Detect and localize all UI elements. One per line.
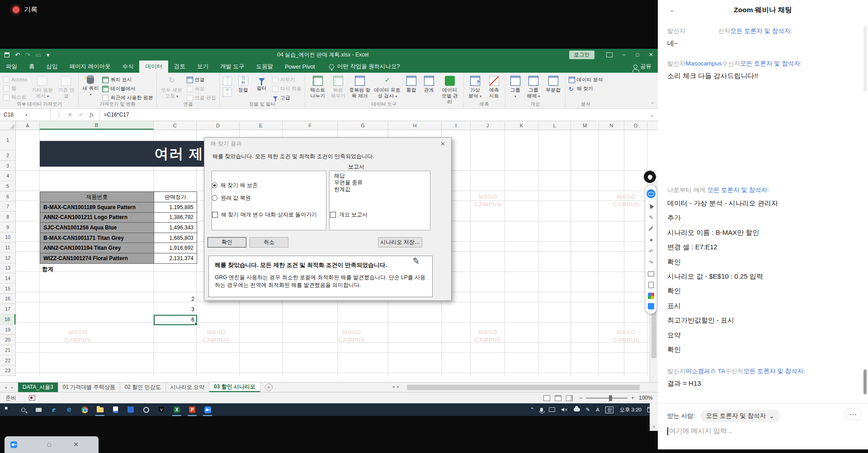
access-button[interactable]: Access	[3, 76, 27, 83]
row-header[interactable]: 16	[0, 294, 15, 304]
table-row[interactable]: ANN2-CAN1001194 Titan Grey 1,916,692	[40, 243, 197, 253]
restore-button[interactable]: □	[631, 49, 644, 61]
taskbar-document-button[interactable]	[108, 403, 123, 416]
zoom-slider-thumb[interactable]	[609, 395, 612, 401]
row-header[interactable]: 1	[0, 130, 15, 150]
dialog-close-icon[interactable]: ✕	[440, 140, 445, 147]
enter-formula-icon[interactable]: ✓	[79, 112, 83, 118]
formula-bar-expand-icon[interactable]: ⌄	[650, 112, 658, 118]
annotate-monitor-icon[interactable]	[647, 270, 655, 277]
start-button[interactable]	[0, 403, 15, 416]
flash-fill-button[interactable]: 빠른 채우기	[330, 75, 346, 99]
share-button[interactable]: 공유	[633, 61, 658, 73]
other-sources-button[interactable]: 기타 원본에서 ▾	[30, 75, 54, 99]
from-text-button[interactable]: 텍스트	[3, 94, 27, 101]
chat-more-button[interactable]: ⋯	[845, 408, 861, 420]
new-query-button[interactable]: ⚡ 새 쿼리 ▾	[82, 75, 99, 97]
edit-links-button[interactable]: 연결 편집	[187, 94, 216, 101]
sheet-tab-data-seoul3[interactable]: DATA_서울3	[18, 383, 58, 392]
annotation-pin-icon[interactable]	[644, 171, 656, 183]
zoom-percent[interactable]: 100%	[639, 395, 658, 401]
page-break-view-icon[interactable]	[566, 395, 573, 401]
clock[interactable]: 오후 3:20	[619, 406, 642, 413]
table-row[interactable]: ANN2-CAN1001211 Logo Pattern 1,386,792	[40, 212, 197, 223]
macro-record-icon[interactable]	[29, 395, 35, 401]
row-header[interactable]: 8	[0, 212, 15, 222]
sort-button[interactable]: 가하 정렬	[235, 75, 251, 93]
table-row[interactable]: B-MAX-CAN1001189 Square Pattern 1,195,88…	[40, 202, 197, 213]
sheet-tab-02[interactable]: 02 할인 민감도	[120, 383, 166, 392]
row-header[interactable]: 19	[0, 325, 15, 335]
tab-developer[interactable]: 개발 도구	[214, 61, 250, 73]
microphone-icon[interactable]	[540, 408, 543, 412]
close-button[interactable]: ✕	[644, 49, 658, 61]
data-validation-button[interactable]: ✓ 데이터 유효성 검사 ▾	[374, 75, 401, 99]
row-header[interactable]: 6	[0, 191, 15, 202]
row-header[interactable]: 3	[0, 161, 15, 171]
outline-reports-checkbox[interactable]: 개요 보고서	[330, 211, 368, 219]
select-all-corner[interactable]	[0, 121, 16, 130]
cell-c16[interactable]: 2	[154, 296, 194, 302]
ime-mode[interactable]: A	[596, 407, 599, 412]
column-header[interactable]: H	[388, 121, 442, 130]
taskbar-blue-app-button[interactable]	[123, 403, 138, 416]
ime-language[interactable]: 한	[605, 406, 614, 413]
collapse-ribbon-icon[interactable]: ⌃	[651, 102, 654, 107]
sort-ascending-icon[interactable]: ㄱ↓	[223, 76, 232, 85]
zoom-in-icon[interactable]: +	[631, 395, 634, 401]
text-to-columns-button[interactable]: 텍스트 나누기	[308, 75, 327, 99]
taskbar-zoom-button[interactable]	[200, 403, 215, 416]
reports-listbox[interactable]: 해답우편물 종류한계값	[329, 171, 430, 230]
what-if-analysis-button[interactable]: ? 가상 분석 ▾	[467, 75, 483, 99]
row-header[interactable]: 2	[0, 150, 15, 161]
ribbon-display-options-icon[interactable]	[606, 52, 613, 57]
annotate-undo-icon[interactable]: ↶	[647, 248, 655, 255]
group-button[interactable]: 그룹▾	[509, 75, 522, 99]
sheet-tab-03-active[interactable]: 03 할인 시나리오	[209, 383, 260, 392]
tab-file[interactable]: 파일	[0, 61, 23, 73]
column-header[interactable]: B	[40, 121, 154, 130]
keep-solver-solution-radio[interactable]: 해 찾기 해 보존	[212, 182, 258, 189]
remove-duplicates-button[interactable]: 중복된 항목 제거	[349, 75, 371, 99]
taskbar-powerpoint-button[interactable]: P	[184, 403, 200, 416]
data-analysis-button[interactable]: 데이터 분석	[569, 76, 603, 83]
column-header[interactable]: M	[571, 121, 599, 130]
touch-mode-icon[interactable]: ▭	[36, 52, 41, 58]
redo-icon[interactable]: ↷	[25, 52, 30, 58]
forecast-sheet-button[interactable]: 예측 시트	[486, 75, 502, 99]
row-header[interactable]: 20	[0, 335, 15, 345]
annotate-dot-icon[interactable]	[647, 236, 655, 243]
filter-button[interactable]: 필터	[255, 75, 269, 91]
clear-filter-button[interactable]: 지우기	[272, 76, 302, 83]
annotate-redo-icon[interactable]: ↷	[647, 259, 655, 266]
row-header[interactable]: 11	[0, 243, 15, 253]
taskbar-edge-button[interactable]: e	[61, 403, 77, 416]
annotate-format-icon[interactable]	[648, 303, 654, 309]
connections-button[interactable]: 연결	[187, 76, 216, 83]
column-header[interactable]: E	[240, 121, 283, 130]
touch-keyboard-icon[interactable]	[549, 407, 555, 412]
row-header[interactable]: 18	[0, 314, 15, 325]
taskbar-search-button[interactable]	[15, 403, 31, 416]
save-scenario-button[interactable]: 시나리오 저장…	[378, 237, 422, 248]
zoom-out-icon[interactable]: –	[579, 395, 582, 401]
column-header[interactable]: O	[624, 121, 647, 130]
taskbar-settings-button[interactable]	[138, 403, 154, 416]
row-header[interactable]: 15	[0, 284, 15, 294]
dialog-titlebar[interactable]: 해 찾기 결과 ✕	[204, 138, 451, 149]
subtotal-button[interactable]: 부분합	[545, 75, 562, 93]
onedrive-icon[interactable]	[574, 408, 580, 411]
table-row[interactable]: SJC-CAN1001256 Aqua Blue 1,496,343	[40, 223, 197, 233]
report-item[interactable]: 해답	[334, 173, 425, 179]
row-header[interactable]: 5	[0, 181, 15, 191]
column-header[interactable]: L	[538, 121, 571, 130]
minimize-button[interactable]: –	[617, 49, 631, 61]
chat-scrollbar-thumb[interactable]	[863, 26, 867, 92]
column-header[interactable]: A	[16, 121, 40, 130]
tab-review[interactable]: 검토	[168, 61, 191, 73]
name-box-dropdown-icon[interactable]: ▾	[25, 113, 27, 117]
cancel-formula-icon[interactable]: ✕	[68, 112, 72, 118]
row-header[interactable]: 10	[0, 233, 15, 243]
tab-view[interactable]: 보기	[191, 61, 214, 73]
tab-insert[interactable]: 삽입	[41, 61, 64, 73]
